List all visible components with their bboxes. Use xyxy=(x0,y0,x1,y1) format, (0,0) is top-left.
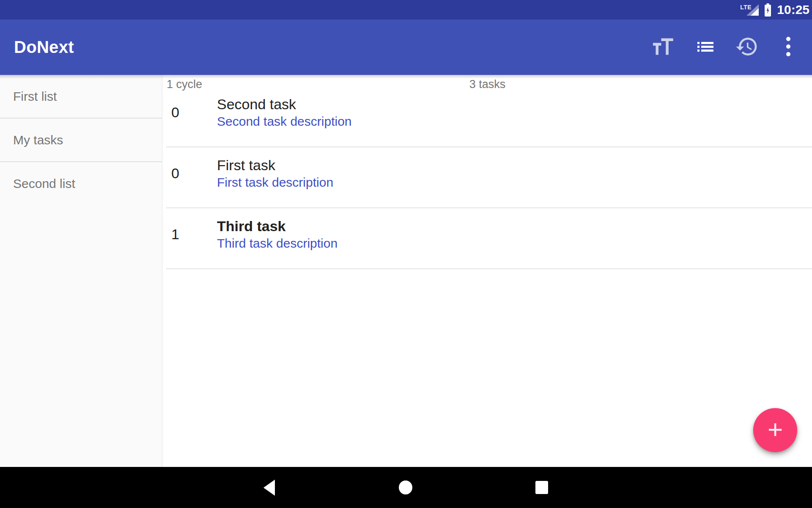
app-bar-actions xyxy=(643,19,809,75)
recents-icon xyxy=(535,481,548,494)
task-description-link: Second task description xyxy=(217,114,352,129)
more-vert-icon xyxy=(786,36,791,58)
task-title: First task xyxy=(217,157,275,174)
list-view-button[interactable] xyxy=(685,27,726,68)
overflow-menu-button[interactable] xyxy=(768,27,809,68)
task-lists-sidebar: First list My tasks Second list xyxy=(0,75,162,467)
sidebar-item-label: My tasks xyxy=(13,133,63,147)
task-row[interactable]: 0 First task First task description xyxy=(166,147,812,208)
task-row[interactable]: 0 Second task Second task description xyxy=(166,86,812,147)
sidebar-item-label: First list xyxy=(13,89,57,104)
sidebar-item-my-tasks[interactable]: My tasks xyxy=(0,119,162,162)
task-description-link: First task description xyxy=(217,175,333,190)
back-button[interactable] xyxy=(249,467,289,508)
format-size-icon xyxy=(653,38,675,57)
sidebar-item-label: Second list xyxy=(13,177,75,191)
task-count: 0 xyxy=(171,105,179,119)
task-list: 0 Second task Second task description 0 … xyxy=(163,86,812,269)
app-bar: DoNext xyxy=(0,19,812,75)
format-size-button[interactable] xyxy=(643,27,685,68)
screen: LTE 10:25 DoNext xyxy=(0,0,812,508)
signal-strength-icon: LTE xyxy=(740,3,759,17)
sidebar-item-second-list[interactable]: Second list xyxy=(0,162,162,205)
task-count: 0 xyxy=(171,166,179,180)
home-button[interactable] xyxy=(385,467,426,508)
navigation-bar xyxy=(0,467,812,508)
clock-label: 10:25 xyxy=(777,3,809,17)
status-bar: LTE 10:25 xyxy=(0,0,812,19)
task-count: 1 xyxy=(171,227,179,241)
task-title: Second task xyxy=(217,96,296,113)
recents-button[interactable] xyxy=(521,467,562,508)
battery-charging-icon xyxy=(765,3,771,17)
back-icon xyxy=(263,480,275,496)
home-icon xyxy=(399,480,412,494)
task-row[interactable]: 1 Third task Third task description xyxy=(166,208,812,269)
list-icon xyxy=(697,42,713,53)
task-panel: 1 cycle 3 tasks 0 Second task Second tas… xyxy=(163,75,812,467)
sidebar-item-first-list[interactable]: First list xyxy=(0,75,162,119)
add-task-fab[interactable]: + xyxy=(753,408,797,452)
task-description-link: Third task description xyxy=(217,236,337,251)
plus-icon: + xyxy=(768,416,783,442)
task-title: Third task xyxy=(217,218,285,235)
task-panel-header: 1 cycle 3 tasks xyxy=(163,75,812,86)
history-icon xyxy=(735,35,759,60)
app-title: DoNext xyxy=(14,38,74,57)
history-button[interactable] xyxy=(726,27,768,68)
